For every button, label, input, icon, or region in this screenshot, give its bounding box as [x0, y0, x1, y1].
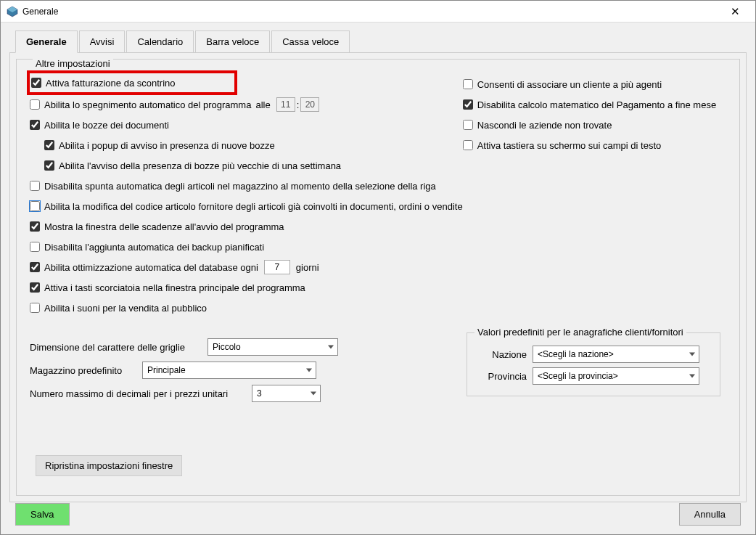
input-ora	[276, 97, 295, 112]
sel-magazzino[interactable]: Principale	[142, 362, 316, 379]
lbl-giorni: giorni	[296, 262, 319, 273]
lbl-disabilita-backup: Disabilita l'aggiunta automatica dei bac…	[44, 242, 264, 253]
lbl-disabilita-calcolo: Disabilita calcolo matematico del Pagame…	[477, 99, 717, 110]
tab-calendario[interactable]: Calendario	[126, 30, 194, 53]
sel-font-griglie[interactable]: Piccolo	[208, 338, 338, 356]
content-area: Generale Avvisi Calendario Barra veloce …	[1, 23, 755, 534]
tab-panel: Altre impostazioni Attiva fatturazione d…	[9, 52, 747, 502]
input-min	[300, 97, 319, 112]
cb-tastiera-schermo[interactable]	[463, 140, 473, 150]
lbl-cliente-piu-agenti: Consenti di associare un cliente a più a…	[477, 79, 662, 90]
tab-avvisi[interactable]: Avvisi	[79, 30, 126, 53]
cb-nascondi-aziende[interactable]	[463, 120, 473, 130]
cb-disabilita-calcolo[interactable]	[463, 99, 473, 110]
lbl-tasti-scorciatoia: Attiva i tasti scorciatoia nella finestr…	[44, 282, 305, 293]
cb-modifica-codice[interactable]	[30, 201, 40, 211]
lbl-magazzino: Magazzino predefinito	[30, 365, 135, 376]
cb-bozze[interactable]	[30, 120, 40, 130]
app-icon	[7, 6, 18, 17]
lbl-popup-bozze: Abilita i popup di avviso in presenza di…	[59, 140, 275, 151]
defaults-group: Valori predefiniti per le anagrafiche cl…	[467, 332, 720, 396]
input-giorni-db[interactable]	[264, 260, 290, 274]
lbl-bozze: Abilita le bozze dei documenti	[44, 120, 169, 131]
cb-cliente-piu-agenti[interactable]	[463, 79, 473, 89]
lbl-mostra-scadenze: Mostra la finestra delle scadenze all'av…	[44, 221, 284, 232]
lbl-alle: alle	[255, 99, 270, 110]
tab-barra-veloce[interactable]: Barra veloce	[195, 30, 270, 53]
cb-disabilita-backup[interactable]	[30, 242, 40, 252]
cb-mostra-scadenze[interactable]	[30, 221, 40, 232]
sel-provincia[interactable]: <Scegli la provincia>	[533, 367, 699, 385]
lbl-avviso-bozze-vecchie: Abilita l'avviso della presenza di bozze…	[59, 160, 341, 171]
settings-group: Altre impostazioni Attiva fatturazione d…	[16, 59, 740, 496]
lbl-tastiera-schermo: Attiva tastiera su schermo sui campi di …	[477, 140, 662, 151]
lbl-modifica-codice: Abilita la modifica del codice articolo …	[44, 201, 463, 212]
lbl-nascondi-aziende: Nascondi le aziende non trovate	[477, 120, 612, 131]
defaults-title: Valori predefiniti per le anagrafiche cl…	[474, 327, 686, 338]
reset-windows-button[interactable]: Ripristina impostazioni finestre	[36, 455, 182, 476]
cb-spegnimento-auto[interactable]	[30, 99, 40, 110]
tab-strip: Generale Avvisi Calendario Barra veloce …	[9, 30, 747, 52]
cb-tasti-scorciatoia[interactable]	[30, 282, 40, 293]
cb-popup-bozze[interactable]	[44, 140, 54, 150]
cb-disabilita-spunta[interactable]	[30, 181, 40, 191]
sel-nazione[interactable]: <Scegli la nazione>	[533, 346, 699, 363]
lbl-provincia: Provincia	[476, 371, 527, 382]
lbl-nazione: Nazione	[476, 349, 527, 360]
lbl-ottimizzazione-db: Abilita ottimizzazione automatica del da…	[44, 262, 258, 273]
save-button[interactable]: Salva	[15, 503, 70, 526]
cb-suoni-vendita[interactable]	[30, 303, 40, 313]
tab-generale[interactable]: Generale	[15, 30, 78, 53]
window-title: Generale	[22, 7, 720, 17]
titlebar: Generale ✕	[1, 1, 755, 23]
cancel-button[interactable]: Annulla	[679, 503, 741, 526]
lbl-font-griglie: Dimensione del carattere delle griglie	[30, 342, 200, 353]
section-label: Altre impostazioni	[33, 58, 113, 69]
lbl-suoni-vendita: Abilita i suoni per la vendita al pubbli…	[44, 303, 207, 314]
lbl-decimali: Numero massimo di decimali per i prezzi …	[30, 388, 245, 399]
sel-decimali[interactable]: 3	[252, 385, 321, 402]
cb-ottimizzazione-db[interactable]	[30, 262, 40, 272]
lbl-attiva-fatturazione: Attiva fatturazione da scontrino	[46, 78, 176, 89]
highlighted-option: Attiva fatturazione da scontrino	[27, 70, 237, 95]
close-button[interactable]: ✕	[720, 1, 749, 22]
lbl-disabilita-spunta: Disabilita spunta automatica degli artic…	[44, 181, 436, 192]
tab-cassa-veloce[interactable]: Cassa veloce	[271, 30, 350, 53]
cb-avviso-bozze-vecchie[interactable]	[44, 160, 54, 171]
lbl-spegnimento-auto: Abilita lo spegnimento automatico del pr…	[44, 99, 251, 110]
cb-attiva-fatturazione[interactable]	[31, 78, 41, 88]
